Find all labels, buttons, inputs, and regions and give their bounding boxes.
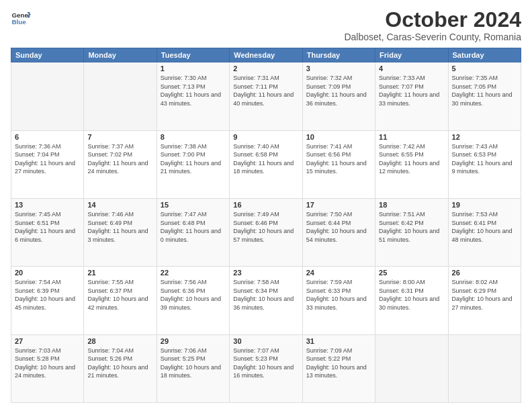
day-number: 17 [306,201,371,209]
calendar-table: Sunday Monday Tuesday Wednesday Thursday… [11,48,521,403]
calendar-cell: 23Sunrise: 7:58 AM Sunset: 6:34 PM Dayli… [230,267,302,334]
day-number: 2 [233,64,298,73]
day-info: Sunrise: 7:06 AM Sunset: 5:25 PM Dayligh… [161,347,226,380]
col-friday: Friday [375,48,448,62]
col-tuesday: Tuesday [157,48,229,62]
day-number: 1 [161,64,226,73]
day-number: 19 [452,201,517,209]
day-number: 3 [306,64,371,73]
day-number: 11 [379,133,444,141]
day-number: 12 [452,133,517,141]
calendar-cell: 12Sunrise: 7:43 AM Sunset: 6:53 PM Dayli… [448,130,521,198]
calendar-cell: 5Sunrise: 7:35 AM Sunset: 7:05 PM Daylig… [448,62,521,130]
calendar-cell: 10Sunrise: 7:41 AM Sunset: 6:56 PM Dayli… [302,130,375,198]
day-number: 29 [161,337,226,345]
day-number: 26 [452,269,517,277]
col-wednesday: Wednesday [230,48,302,62]
calendar-cell: 24Sunrise: 7:59 AM Sunset: 6:33 PM Dayli… [302,267,375,334]
calendar-cell: 21Sunrise: 7:55 AM Sunset: 6:37 PM Dayli… [84,267,157,334]
day-number: 18 [379,201,444,209]
month-title: October 2024 [344,8,521,32]
day-number: 27 [15,337,80,345]
day-number: 25 [379,269,444,277]
page: General Blue October 2024 Dalboset, Cara… [0,0,532,411]
day-number: 30 [233,337,298,345]
title-section: October 2024 Dalboset, Caras-Severin Cou… [344,8,521,42]
calendar-cell: 9Sunrise: 7:40 AM Sunset: 6:58 PM Daylig… [230,130,302,198]
day-info: Sunrise: 7:09 AM Sunset: 5:22 PM Dayligh… [306,347,371,380]
calendar-cell: 26Sunrise: 8:02 AM Sunset: 6:29 PM Dayli… [448,267,521,334]
calendar-cell: 19Sunrise: 7:53 AM Sunset: 6:41 PM Dayli… [448,198,521,266]
day-info: Sunrise: 7:38 AM Sunset: 7:00 PM Dayligh… [161,142,226,176]
col-saturday: Saturday [448,48,521,62]
calendar-cell [448,334,521,402]
calendar-cell: 7Sunrise: 7:37 AM Sunset: 7:02 PM Daylig… [84,130,157,198]
col-monday: Monday [84,48,157,62]
calendar-cell: 11Sunrise: 7:42 AM Sunset: 6:55 PM Dayli… [375,130,448,198]
day-info: Sunrise: 7:42 AM Sunset: 6:55 PM Dayligh… [379,142,444,176]
day-number: 22 [161,269,226,277]
day-number: 21 [87,269,152,277]
calendar-cell: 28Sunrise: 7:04 AM Sunset: 5:26 PM Dayli… [84,334,157,402]
day-info: Sunrise: 7:51 AM Sunset: 6:42 PM Dayligh… [379,210,444,244]
day-info: Sunrise: 7:50 AM Sunset: 6:44 PM Dayligh… [306,210,371,244]
calendar-cell: 16Sunrise: 7:49 AM Sunset: 6:46 PM Dayli… [230,198,302,266]
day-info: Sunrise: 7:41 AM Sunset: 6:56 PM Dayligh… [306,142,371,176]
day-info: Sunrise: 7:36 AM Sunset: 7:04 PM Dayligh… [15,142,80,176]
day-number: 20 [15,269,80,277]
calendar-week-1: 6Sunrise: 7:36 AM Sunset: 7:04 PM Daylig… [11,130,521,198]
day-number: 15 [161,201,226,209]
day-number: 10 [306,133,371,141]
calendar-cell: 22Sunrise: 7:56 AM Sunset: 6:36 PM Dayli… [157,267,229,334]
calendar-cell: 25Sunrise: 8:00 AM Sunset: 6:31 PM Dayli… [375,267,448,334]
day-info: Sunrise: 7:43 AM Sunset: 6:53 PM Dayligh… [452,142,517,176]
day-info: Sunrise: 7:07 AM Sunset: 5:23 PM Dayligh… [233,347,298,380]
day-info: Sunrise: 7:35 AM Sunset: 7:05 PM Dayligh… [452,74,517,107]
day-info: Sunrise: 7:55 AM Sunset: 6:37 PM Dayligh… [87,278,152,312]
day-info: Sunrise: 7:40 AM Sunset: 6:58 PM Dayligh… [233,142,298,176]
day-info: Sunrise: 7:45 AM Sunset: 6:51 PM Dayligh… [15,210,80,244]
day-number: 31 [306,337,371,345]
day-number: 9 [233,133,298,141]
calendar-cell: 13Sunrise: 7:45 AM Sunset: 6:51 PM Dayli… [11,198,84,266]
location: Dalboset, Caras-Severin County, Romania [344,32,521,42]
day-number: 6 [15,133,80,141]
day-info: Sunrise: 7:54 AM Sunset: 6:39 PM Dayligh… [15,278,80,312]
calendar-cell: 14Sunrise: 7:46 AM Sunset: 6:49 PM Dayli… [84,198,157,266]
calendar-cell: 30Sunrise: 7:07 AM Sunset: 5:23 PM Dayli… [230,334,302,402]
day-info: Sunrise: 8:00 AM Sunset: 6:31 PM Dayligh… [379,278,444,312]
day-info: Sunrise: 7:37 AM Sunset: 7:02 PM Dayligh… [87,142,152,176]
day-info: Sunrise: 7:33 AM Sunset: 7:07 PM Dayligh… [379,74,444,107]
calendar-header-row: Sunday Monday Tuesday Wednesday Thursday… [11,48,521,62]
calendar-cell: 1Sunrise: 7:30 AM Sunset: 7:13 PM Daylig… [157,62,229,130]
day-info: Sunrise: 7:31 AM Sunset: 7:11 PM Dayligh… [233,74,298,107]
day-info: Sunrise: 7:59 AM Sunset: 6:33 PM Dayligh… [306,278,371,312]
calendar-week-4: 27Sunrise: 7:03 AM Sunset: 5:28 PM Dayli… [11,334,521,402]
day-info: Sunrise: 7:56 AM Sunset: 6:36 PM Dayligh… [161,278,226,312]
logo-icon: General Blue [11,8,31,28]
day-number: 23 [233,269,298,277]
col-thursday: Thursday [302,48,375,62]
logo: General Blue [11,8,31,28]
calendar-cell [84,62,157,130]
calendar-cell: 20Sunrise: 7:54 AM Sunset: 6:39 PM Dayli… [11,267,84,334]
calendar-cell: 4Sunrise: 7:33 AM Sunset: 7:07 PM Daylig… [375,62,448,130]
calendar-cell: 29Sunrise: 7:06 AM Sunset: 5:25 PM Dayli… [157,334,229,402]
calendar-cell: 3Sunrise: 7:32 AM Sunset: 7:09 PM Daylig… [302,62,375,130]
day-number: 7 [87,133,152,141]
day-number: 24 [306,269,371,277]
calendar-cell: 6Sunrise: 7:36 AM Sunset: 7:04 PM Daylig… [11,130,84,198]
day-number: 28 [87,337,152,345]
day-info: Sunrise: 7:04 AM Sunset: 5:26 PM Dayligh… [87,347,152,380]
calendar-cell: 17Sunrise: 7:50 AM Sunset: 6:44 PM Dayli… [302,198,375,266]
day-info: Sunrise: 7:32 AM Sunset: 7:09 PM Dayligh… [306,74,371,107]
col-sunday: Sunday [11,48,84,62]
day-info: Sunrise: 7:53 AM Sunset: 6:41 PM Dayligh… [452,210,517,244]
day-info: Sunrise: 7:46 AM Sunset: 6:49 PM Dayligh… [87,210,152,244]
calendar-week-0: 1Sunrise: 7:30 AM Sunset: 7:13 PM Daylig… [11,62,521,130]
calendar-cell: 31Sunrise: 7:09 AM Sunset: 5:22 PM Dayli… [302,334,375,402]
calendar-cell: 27Sunrise: 7:03 AM Sunset: 5:28 PM Dayli… [11,334,84,402]
calendar-cell: 2Sunrise: 7:31 AM Sunset: 7:11 PM Daylig… [230,62,302,130]
calendar-cell [11,62,84,130]
day-number: 13 [15,201,80,209]
